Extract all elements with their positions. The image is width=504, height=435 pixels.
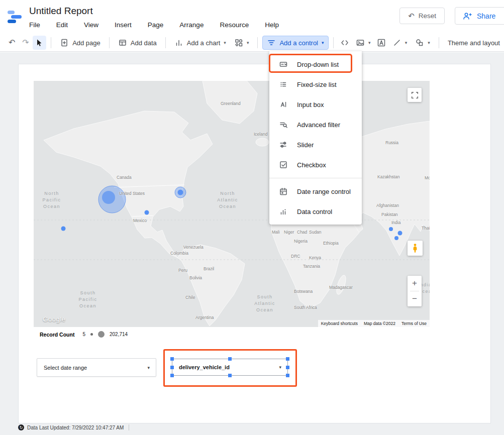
- image-icon: [356, 38, 365, 47]
- chevron-down-icon: ▾: [247, 41, 249, 45]
- menu-item-input-box[interactable]: Input box: [269, 94, 362, 115]
- fixed-size-list-icon: [279, 80, 288, 89]
- select-cursor-icon: [35, 39, 43, 47]
- menu-item-label: Data control: [297, 208, 332, 215]
- toolbar-divider: [165, 37, 166, 48]
- street-view-pegman-button[interactable]: [408, 241, 423, 256]
- menu-file[interactable]: File: [28, 20, 41, 30]
- map-fullscreen-button[interactable]: [408, 88, 422, 102]
- line-icon: [392, 38, 401, 47]
- map-label-ethiopia: Ethiopia: [323, 241, 339, 246]
- selection-handle[interactable]: [286, 357, 289, 361]
- menu-help[interactable]: Help: [264, 20, 280, 30]
- toolbar-divider: [109, 37, 110, 48]
- date-range-filter-control[interactable]: Select date range ▾: [37, 358, 156, 377]
- undo-button[interactable]: ↶: [5, 36, 19, 50]
- map-label-sudan: Sudan: [309, 230, 322, 235]
- menu-resource[interactable]: Resource: [219, 20, 250, 30]
- report-title[interactable]: Untitled Report: [29, 6, 93, 17]
- map-label-venezuela: Venezuela: [183, 245, 204, 250]
- embed-button[interactable]: [338, 36, 352, 50]
- menu-item-advanced-filter[interactable]: Advanced filter: [269, 115, 362, 135]
- report-page[interactable]: Canada United States Mexico Greenland Ic…: [18, 64, 491, 423]
- add-control-button[interactable]: Add a control ▾: [262, 36, 328, 50]
- map-label-peru: Peru: [178, 268, 187, 273]
- date-range-label: Select date range: [37, 365, 147, 371]
- add-data-label: Add data: [131, 39, 157, 47]
- selection-handle[interactable]: [170, 374, 174, 377]
- menu-page[interactable]: Page: [147, 20, 165, 30]
- share-button[interactable]: Share: [455, 7, 504, 25]
- reset-button[interactable]: ↶ Reset: [399, 8, 445, 24]
- zoom-in-button[interactable]: +: [408, 276, 422, 291]
- zoom-out-button[interactable]: −: [408, 291, 422, 306]
- map-data-copyright: Map data ©2022: [361, 321, 398, 326]
- menu-item-fixed-size-list[interactable]: Fixed-size list: [269, 74, 362, 94]
- map-label-canada: Canada: [117, 175, 132, 180]
- embed-icon: [340, 38, 349, 47]
- undo-icon: ↶: [9, 39, 15, 47]
- map-label-south-africa: South Africa: [294, 305, 317, 310]
- slider-icon: [279, 140, 288, 149]
- select-tool-button[interactable]: [33, 36, 46, 50]
- menu-item-date-range-control[interactable]: Date range control: [269, 181, 362, 201]
- menu-item-checkbox[interactable]: Checkbox: [269, 155, 362, 175]
- community-visualizations-button[interactable]: ▾: [230, 36, 253, 50]
- add-data-icon: [118, 38, 127, 47]
- selection-handle[interactable]: [170, 357, 174, 361]
- line-button[interactable]: ▾: [388, 36, 412, 50]
- image-button[interactable]: ▾: [352, 36, 375, 50]
- menu-arrange[interactable]: Arrange: [178, 20, 205, 30]
- bubble-size-legend: Record Count 5 202,714: [40, 331, 128, 338]
- map-label-chile: Chile: [185, 295, 195, 300]
- google-watermark: Google: [43, 315, 65, 323]
- add-chart-button[interactable]: Add a chart ▾: [170, 36, 230, 50]
- looker-studio-logo[interactable]: [7, 9, 24, 26]
- shape-button[interactable]: ▾: [411, 36, 434, 50]
- map-label-afghanistan: Afghanistan: [376, 203, 399, 208]
- app-header: Untitled Report File Edit View Insert Pa…: [0, 0, 504, 34]
- data-control-icon: [279, 207, 288, 216]
- redo-button[interactable]: ↷: [19, 36, 32, 50]
- map-label-kazakhstan: Kazakhstan: [377, 174, 399, 179]
- map-label-united-states: United States: [119, 191, 145, 196]
- map-label-mexico: Mexico: [133, 218, 147, 223]
- selection-handle[interactable]: [170, 366, 174, 369]
- delivery-vehicle-filter-control[interactable]: delivery_vehicle_id ▾: [172, 359, 288, 376]
- menu-view[interactable]: View: [83, 20, 99, 30]
- chevron-down-icon: ▾: [147, 365, 156, 370]
- text-button[interactable]: [374, 36, 388, 50]
- map-label-mongolia: Mongolia: [425, 175, 430, 180]
- theme-layout-button[interactable]: Theme and layout: [444, 36, 504, 50]
- terms-of-use-link[interactable]: Terms of Use: [398, 321, 430, 326]
- menu-insert[interactable]: Insert: [114, 20, 133, 30]
- add-data-button[interactable]: Add data: [114, 36, 161, 50]
- map-label-thailand: Thailand: [422, 226, 430, 231]
- map-label-nigeria: Nigeria: [294, 239, 308, 244]
- map-label-pakistan: Pakistan: [381, 212, 398, 217]
- selection-handle[interactable]: [286, 374, 289, 377]
- toolbar-divider: [257, 37, 258, 48]
- reset-label: Reset: [419, 12, 436, 20]
- selection-handle[interactable]: [286, 366, 289, 369]
- canvas-area: Canada United States Mexico Greenland Ic…: [0, 52, 504, 435]
- geo-bubble-map-chart[interactable]: Canada United States Mexico Greenland Ic…: [34, 81, 430, 327]
- menu-edit[interactable]: Edit: [55, 20, 69, 30]
- map-label-greenland: Greenland: [221, 101, 241, 106]
- menu-item-slider[interactable]: Slider: [269, 135, 362, 155]
- menu-item-label: Checkbox: [297, 161, 326, 169]
- legend-small-dot-icon: [90, 333, 93, 336]
- keyboard-shortcuts-link[interactable]: Keyboard shortcuts: [318, 321, 361, 326]
- selection-handle[interactable]: [228, 357, 232, 361]
- add-chart-icon: [174, 38, 183, 47]
- share-label: Share: [477, 12, 495, 20]
- app-root: Untitled Report File Edit View Insert Pa…: [0, 0, 504, 435]
- pegman-icon: [411, 243, 419, 253]
- map-label-tanzania: Tanzania: [303, 264, 320, 269]
- selection-handle[interactable]: [228, 374, 232, 377]
- menu-item-drop-down-list[interactable]: Drop-down list: [269, 54, 362, 74]
- menu-item-data-control[interactable]: Data control: [269, 201, 362, 222]
- add-page-button[interactable]: Add page: [56, 36, 105, 50]
- chevron-down-icon: ▾: [368, 41, 371, 45]
- map-zoom-control: + −: [408, 276, 422, 306]
